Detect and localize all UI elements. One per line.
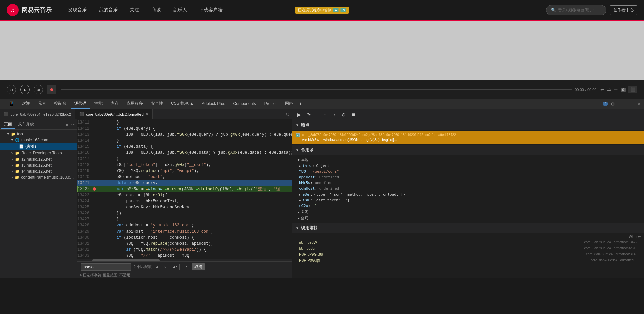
tab-application[interactable]: 应用程序 xyxy=(123,99,146,109)
tab-adblock[interactable]: Adblock Plus xyxy=(198,99,228,109)
record-btn[interactable] xyxy=(47,85,56,94)
tab-add-btn[interactable]: + xyxy=(299,101,302,107)
code-search-bar: 2 个匹配项 ∧ ∨ Aa .* 取消 xyxy=(77,261,292,272)
bp-checkbox-1[interactable]: ✓ xyxy=(296,133,300,137)
breakpoints-label: 断点 xyxy=(301,122,309,128)
tree-label-music163: music.163.com xyxy=(21,138,48,142)
dbg-pause-exceptions-btn[interactable]: ⏹ xyxy=(349,111,357,118)
code-search-input[interactable] xyxy=(81,263,131,271)
folder-icon-s2: 📁 xyxy=(15,157,20,162)
play-btn[interactable]: ▶ xyxy=(20,85,30,94)
scope-i8a[interactable]: ▶ i8a: {csrf_token: ''} xyxy=(292,197,644,203)
progress-bar-area[interactable]: 00:00 / 00:00 xyxy=(61,88,596,92)
player-background xyxy=(0,21,644,80)
tab-welcome[interactable]: 欢迎 xyxy=(18,99,33,109)
tree-item-react-devtools[interactable]: ▷ 📁 React Developer Tools xyxy=(0,150,77,156)
breakpoints-header[interactable]: ▼ 断点 xyxy=(292,120,644,130)
queue-btn[interactable]: ☰ xyxy=(614,87,618,92)
search-cancel-btn[interactable]: 取消 xyxy=(192,263,205,270)
code-editor[interactable]: 13411 } 13412 if (e8e.query) { xyxy=(77,119,292,278)
cs-item-1[interactable]: u8m.be8W core_8ab780e9c4...ormatted:1342… xyxy=(292,239,644,245)
tree-item-top[interactable]: ▼ 📁 top xyxy=(0,131,77,137)
prev-btn[interactable]: ⏮ xyxy=(7,85,16,94)
shuffle-btn[interactable]: ⇄ xyxy=(607,87,611,92)
nav-shop[interactable]: 商城 xyxy=(149,6,163,14)
search-box[interactable]: 🔍 音乐/视频/电台/用户 xyxy=(546,5,606,15)
tree-item-index[interactable]: ▷ 📄 (索引) xyxy=(0,143,77,150)
tab-components[interactable]: Components xyxy=(230,99,259,109)
call-stack-section: ▼ 调用堆栈 Window u8m.be8W core_8ab780e9c4..… xyxy=(292,223,644,265)
tree-item-s3[interactable]: ▷ 📁 s3.music.126.net xyxy=(0,162,77,168)
search-next-btn[interactable]: ∨ xyxy=(163,264,168,270)
devtools-settings-btn[interactable]: ⚙ xyxy=(611,101,615,107)
scope-local-arrow: ▼ xyxy=(298,158,299,162)
loop-btn[interactable]: ⇌ xyxy=(600,87,604,92)
sidebar-tab-page[interactable]: 页面 xyxy=(1,120,15,129)
devtools-more-btn[interactable]: ⋮⋮ xyxy=(618,101,627,107)
nav-download[interactable]: 下载客户端 xyxy=(196,6,225,14)
search-prev-btn[interactable]: ∧ xyxy=(154,264,160,270)
cs-item-3[interactable]: P8H.cP9G.B8t core_8ab780e9c4...ormatted:… xyxy=(292,251,644,257)
next-btn[interactable]: ⏭ xyxy=(34,85,43,94)
search-case-btn[interactable]: Aa xyxy=(171,264,179,270)
tab-memory[interactable]: 内存 xyxy=(107,99,122,109)
tab-elements[interactable]: 元素 xyxy=(35,99,49,109)
devtools-more2-btn[interactable]: ⋯ xyxy=(630,101,635,107)
dbg-deactivate-btn[interactable]: ⊘ xyxy=(340,111,347,118)
tab-console[interactable]: 控制台 xyxy=(51,99,70,109)
cs-item-4[interactable]: P8H.P0G.f}9 core_8ab780e9c4...ormatted:.… xyxy=(292,257,644,264)
file-tree: ▼ 📁 top ▼ 🌐 music.163.com xyxy=(0,130,77,182)
nav-my-music[interactable]: 我的音乐 xyxy=(96,6,120,14)
tree-item-s4[interactable]: ▷ 📁 s4.music.126.net xyxy=(0,168,77,174)
scope-global-header[interactable]: ▶ 全局 xyxy=(292,215,644,221)
scope-header[interactable]: ▼ 作用域 xyxy=(292,145,644,155)
source-tab-1[interactable]: ⬛ core_8ab780e9c4...e1920fd242bdc2 xyxy=(0,109,75,119)
miniplayer-btn[interactable]: ⬛ xyxy=(628,86,637,93)
top-nav: ♬ 网易云音乐 发现音乐 我的音乐 关注 商城 音乐人 下载客户端 已在调试程序… xyxy=(0,0,644,20)
scope-e8e[interactable]: ▶ e8e: {type: 'json', method: 'post', on… xyxy=(292,191,644,197)
dbg-step-into-btn[interactable]: ↓ xyxy=(314,111,320,118)
search-regex-btn[interactable]: .* xyxy=(183,264,189,270)
dbg-step-btn[interactable]: → xyxy=(330,111,338,118)
sidebar-tab-bar: 页面 文件系统 » ⋯ xyxy=(0,119,77,130)
tree-item-contentframe[interactable]: ▷ 📁 contentFrame (music.163.com/) xyxy=(0,174,77,180)
maximize-btn[interactable]: ⬡ xyxy=(283,111,292,118)
devtools-close-btn[interactable]: ✕ xyxy=(637,101,641,107)
devtools-badge: 4 xyxy=(603,102,608,106)
call-stack-header[interactable]: ▼ 调用堆栈 xyxy=(292,223,644,233)
tab-network[interactable]: 网络 xyxy=(282,99,296,109)
nav-follow[interactable]: 关注 xyxy=(127,6,142,14)
source-tab-2[interactable]: ⬛ core_8ab780e9c4...bdc2:formatted ✕ xyxy=(75,109,153,119)
scope-local-header[interactable]: ▼ 本地 xyxy=(292,156,644,163)
debug-skip-btn[interactable]: ↻ xyxy=(341,8,346,12)
devtools-icon-inspect[interactable]: ⛶ xyxy=(3,101,7,107)
tab-css-overview[interactable]: CSS 概览 ▲ xyxy=(168,99,197,109)
progress-track[interactable] xyxy=(61,89,572,90)
tree-arrow-s2: ▷ xyxy=(11,158,14,161)
dbg-resume-btn[interactable]: ▶ xyxy=(296,111,303,118)
tree-item-s2[interactable]: ▷ 📁 s2.music.126.net xyxy=(0,156,77,162)
cs-item-2[interactable]: b8h.bo8g core_8ab780e9c4...ormatted:3231… xyxy=(292,245,644,251)
scope-close-header[interactable]: ▶ 关闭 xyxy=(292,209,644,215)
debug-resume-btn[interactable]: ▶ xyxy=(333,8,339,12)
devtools-icon-device[interactable]: 📱 xyxy=(9,101,14,107)
tab-sources[interactable]: 源代码 xyxy=(71,99,90,109)
dbg-step-out-btn[interactable]: ↑ xyxy=(322,111,328,118)
sidebar-tab-filesystem[interactable]: 文件系统 xyxy=(15,120,37,129)
tab-security[interactable]: 安全性 xyxy=(148,99,166,109)
source-tab-2-close[interactable]: ✕ xyxy=(146,112,148,116)
folder-icon-s4: 📁 xyxy=(15,169,20,174)
nav-discover[interactable]: 发现音乐 xyxy=(65,6,89,14)
source-tab-1-label: core_8ab780e9c4...e1920fd242bdc2 xyxy=(11,112,71,116)
nav-music-person[interactable]: 音乐人 xyxy=(170,6,190,14)
horizontal-scrollbar[interactable] xyxy=(77,259,292,261)
dbg-step-over-btn[interactable]: ↷ xyxy=(305,111,312,118)
tab-performance[interactable]: 性能 xyxy=(91,99,106,109)
creator-center-btn[interactable]: 创作者中心 xyxy=(610,5,637,15)
scope-this[interactable]: ▶ this: Object xyxy=(292,163,644,169)
sidebar-tab-more[interactable]: » xyxy=(66,122,68,127)
tree-item-music163[interactable]: ▼ 🌐 music.163.com xyxy=(0,137,77,143)
sidebar-dots-btn[interactable]: ⋯ xyxy=(71,122,76,127)
code-line-13422: 13422 var bMr5w = ●window.●asrsea(JSON.●… xyxy=(77,186,292,192)
tab-profiler[interactable]: Profiler xyxy=(261,99,280,109)
